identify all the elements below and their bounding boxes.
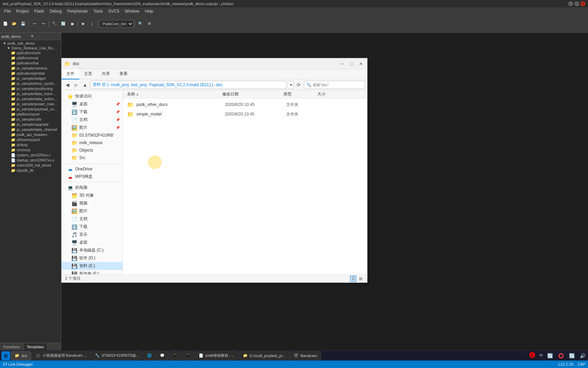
tree-item[interactable]: 📁 pi_sample/upgrade: [0, 122, 61, 127]
exp-forward-btn[interactable]: ▶: [72, 81, 80, 89]
file-item-psdk-docs[interactable]: 📁 psdk_other_docs 2020/8/20 10:45 文件夹: [123, 100, 367, 109]
tree-item[interactable]: 📁 pi_sample/data_transmission: [0, 91, 61, 96]
taskbar-ime-label[interactable]: 中: [539, 353, 543, 358]
nav-drive-d[interactable]: 💾 软件 (D:): [62, 254, 122, 262]
menu-tools[interactable]: Tools: [91, 8, 105, 14]
col-date[interactable]: 修改日期: [221, 91, 282, 97]
taskbar-item-stm32[interactable]: 🔧 STM32F410RBT6烧...: [91, 351, 143, 360]
col-type[interactable]: 类型: [282, 91, 316, 97]
exp-tab-file[interactable]: 文件: [62, 69, 79, 79]
tree-item[interactable]: 📁 platform/osal: [0, 56, 61, 61]
taskbar-item-doc[interactable]: 📁 doc: [11, 351, 31, 360]
menu-file[interactable]: File: [1, 8, 13, 14]
tree-item[interactable]: 📁 pi_sample/payload_collabration: [0, 107, 61, 112]
nav-drive-e[interactable]: 💾 资料 (E:): [62, 262, 122, 270]
tree-item[interactable]: 📁 pi_sample/data_subscription: [0, 96, 61, 102]
target-select[interactable]: PsdkCore_Init: [99, 20, 133, 28]
nav-quick-access[interactable]: ⭐ 快速访问: [62, 92, 122, 100]
taskbar-circle-icon[interactable]: ⭕: [557, 352, 565, 360]
nav-drive-c[interactable]: 💾 本地磁盘 (C:): [62, 246, 122, 254]
address-dropdown[interactable]: ▾: [288, 81, 294, 89]
menu-window[interactable]: Window: [122, 8, 142, 14]
nav-desktop-2[interactable]: 🖥️ 桌面: [62, 239, 122, 246]
tree-item[interactable]: 📁 d/vbsp: [0, 142, 61, 148]
tree-item[interactable]: 📁 pi_sample/data_channel: [0, 127, 61, 132]
nav-pictures-2[interactable]: 🖼️ 图片: [62, 207, 122, 215]
menu-peripherals[interactable]: Peripherals: [64, 8, 91, 14]
address-part-4[interactable]: Payload_SDK_V2.2.0-build.262111: [149, 82, 213, 87]
nav-downloads-2[interactable]: ⬇️ 下载: [62, 223, 122, 231]
tree-item[interactable]: 📄 system_stm32f4xx.c: [0, 153, 61, 158]
taskbar-item-app2[interactable]: 📱: [182, 351, 194, 360]
taskbar-item-app1[interactable]: 📱: [169, 351, 181, 360]
nav-objects[interactable]: 📁 Objects: [62, 147, 122, 154]
exp-view-grid-btn[interactable]: ⊞: [358, 276, 364, 282]
search-btn[interactable]: 🔍: [136, 20, 145, 28]
nav-3d[interactable]: 🗂️ 3D 对象: [62, 191, 122, 199]
menu-help[interactable]: Help: [142, 8, 156, 14]
nav-downloads-1[interactable]: ⬇️ 下载 📌: [62, 108, 122, 116]
tree-item[interactable]: 📁 pi_sample/positioning: [0, 86, 61, 91]
tree-item[interactable]: 📁 pi_sample/power_management: [0, 102, 61, 107]
step-btn[interactable]: ⤵: [88, 20, 96, 28]
tree-item[interactable]: 📁 platform/xport: [0, 112, 61, 117]
maximize-btn[interactable]: □: [574, 1, 579, 6]
col-name[interactable]: 名称 ▲: [126, 91, 221, 97]
taskbar-item-explorer[interactable]: 📁 E:\multi_proj\keil_pr...: [239, 351, 289, 360]
tree-item[interactable]: 📁 d/freertos/port: [0, 137, 61, 142]
col-size[interactable]: 大小: [316, 91, 343, 97]
undo-btn[interactable]: ↩: [30, 20, 38, 28]
search-box[interactable]: 🔍: [304, 81, 365, 89]
menu-svcs[interactable]: SVCS: [105, 8, 122, 14]
nav-docs-2[interactable]: 📄 文档: [62, 215, 122, 223]
taskbar-item-chrome[interactable]: 🌐: [143, 351, 156, 360]
exp-back-btn[interactable]: ◀: [64, 81, 71, 89]
left-panel-close[interactable]: ✕: [31, 34, 60, 39]
nav-desktop-1[interactable]: 🖥️ 桌面 📌: [62, 100, 122, 108]
menu-debug[interactable]: Debug: [47, 8, 64, 14]
redo-btn[interactable]: ↪: [39, 20, 47, 28]
exp-close-btn[interactable]: ✕: [358, 60, 364, 67]
tree-item[interactable]: 📁 pi_sample/camera: [0, 66, 61, 71]
nav-pictures-1[interactable]: 🖼️ 图片 📌: [62, 124, 122, 132]
exp-tab-share[interactable]: 共享: [97, 69, 115, 79]
tree-item[interactable]: 📁 d/psdk_lib: [0, 168, 61, 173]
taskbar-item-wechat[interactable]: 💬: [156, 351, 168, 360]
taskbar-sougou-icon[interactable]: 🅢: [528, 352, 537, 360]
nav-this-pc[interactable]: 💻 此电脑: [62, 184, 122, 191]
taskbar-volume-icon[interactable]: 🔊: [578, 352, 587, 360]
taskbar-item-psdk[interactable]: 📄 psdk移植教程 - ...: [195, 351, 239, 360]
taskbar-item-bandicam-video[interactable]: 🎥 小熊视频使用 Bandicam ...: [32, 351, 91, 360]
tree-item[interactable]: 📁 pi_sample/time_synchronization: [0, 81, 61, 86]
menu-flash[interactable]: Flash: [32, 8, 47, 14]
exp-up-btn[interactable]: ▲: [81, 81, 89, 89]
exp-maximize-btn[interactable]: □: [348, 60, 355, 67]
nav-drive-f[interactable]: 💾 新加卷 (F:): [62, 270, 122, 274]
address-bar-content[interactable]: 资料 (E:) › multi_proj › keil_proj › Paylo…: [90, 81, 287, 89]
nav-onedrive[interactable]: ☁ OneDrive: [62, 165, 122, 173]
nav-mdk-release[interactable]: 📁 mdk_release: [62, 139, 122, 147]
close-btn[interactable]: ✕: [581, 1, 585, 6]
nav-docs-1[interactable]: 📄 文档 📌: [62, 116, 122, 124]
address-part-2[interactable]: multi_proj: [111, 82, 129, 87]
tree-item[interactable]: 📁 pplication/user: [0, 50, 61, 56]
tree-item[interactable]: 📁 pi_sample/utils: [0, 117, 61, 122]
address-part-5[interactable]: doc: [216, 82, 223, 87]
exp-refresh-btn[interactable]: ⟳: [295, 81, 303, 89]
tree-item[interactable]: 📁 pplication/hal: [0, 61, 61, 66]
address-part-3[interactable]: keil_proj: [131, 82, 147, 87]
tree-item[interactable]: 📁 psdk_api_headers: [0, 132, 61, 137]
build-btn[interactable]: 🔨: [50, 20, 59, 28]
rebuild-btn[interactable]: 🔄: [59, 20, 67, 28]
open-btn[interactable]: 📂: [10, 20, 18, 28]
stop-btn[interactable]: ⏹: [68, 20, 76, 28]
tree-item[interactable]: ▼ psdk_sdk_demo: [0, 41, 61, 46]
minimize-btn[interactable]: ─: [568, 1, 573, 6]
tree-item[interactable]: ▼ Demo_Release_Use_Bootloader: [0, 46, 61, 50]
exp-tab-home[interactable]: 主页: [79, 69, 97, 79]
tree-item[interactable]: 📁 v/stm32f4_hal_driver: [0, 163, 61, 168]
nav-music[interactable]: 🎵 音乐: [62, 231, 122, 239]
left-tab-templates[interactable]: Templates: [23, 343, 48, 350]
nav-video[interactable]: 🎬 视频: [62, 199, 122, 207]
taskbar-refresh-icon[interactable]: 🔄: [568, 352, 576, 360]
